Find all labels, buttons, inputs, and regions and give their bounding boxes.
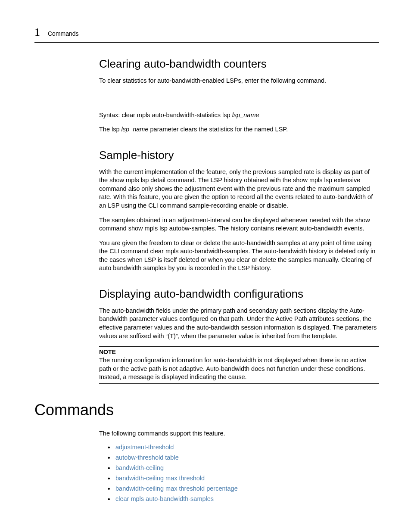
syntax-prefix: Syntax: clear mpls auto-bandwidth-statis… <box>99 112 232 118</box>
link-bandwidth-ceiling[interactable]: bandwidth-ceiling <box>108 464 379 471</box>
note-rule-bottom <box>99 383 379 384</box>
header-section: Commands <box>48 30 79 37</box>
para-commands-intro: The following commands support this feat… <box>99 429 379 438</box>
heading-commands: Commands <box>34 401 379 419</box>
para-sh-2: The samples obtained in an adjustment-in… <box>99 216 379 233</box>
heading-clearing-autobw: Clearing auto-bandwidth counters <box>99 57 379 71</box>
syntax-line: Syntax: clear mpls auto-bandwidth-statis… <box>99 111 379 120</box>
note-body: The running configuration information fo… <box>99 356 379 382</box>
note-block: NOTE The running configuration informati… <box>99 346 379 384</box>
link-adjustment-threshold[interactable]: adjustment-threshold <box>108 444 379 451</box>
link-clear-mpls-auto-bandwidth-samples[interactable]: clear mpls auto-bandwidth-samples <box>108 495 379 502</box>
para-clearing-intro: To clear statistics for auto-bandwidth-e… <box>99 77 379 85</box>
heading-sample-history: Sample-history <box>99 149 379 162</box>
link-bandwidth-ceiling-max-threshold-percentage[interactable]: bandwidth-ceiling max threshold percenta… <box>108 485 379 492</box>
explain-post: parameter clears the statistics for the … <box>148 126 288 133</box>
heading-displaying-autobw: Displaying auto-bandwidth configurations <box>99 287 379 301</box>
note-rule-top <box>99 346 379 347</box>
para-dab-1: The auto-bandwidth fields under the prim… <box>99 307 379 340</box>
para-sh-1: With the current implementation of the f… <box>99 168 379 210</box>
explain-pre: The lsp <box>99 126 121 133</box>
explain-arg: lsp_name <box>121 126 149 133</box>
command-link-list: adjustment-threshold autobw-threshold ta… <box>108 444 379 502</box>
syntax-explain: The lsp lsp_name parameter clears the st… <box>99 125 379 134</box>
note-label: NOTE <box>99 348 379 355</box>
link-autobw-threshold-table[interactable]: autobw-threshold table <box>108 454 379 461</box>
para-sh-3: You are given the freedom to clear or de… <box>99 239 379 273</box>
syntax-arg: lsp_name <box>232 112 259 118</box>
header-rule <box>34 42 379 43</box>
link-bandwidth-ceiling-max-threshold[interactable]: bandwidth-ceiling max threshold <box>108 475 379 482</box>
chapter-number: 1 <box>34 26 40 39</box>
page-header: 1 Commands <box>34 26 379 39</box>
